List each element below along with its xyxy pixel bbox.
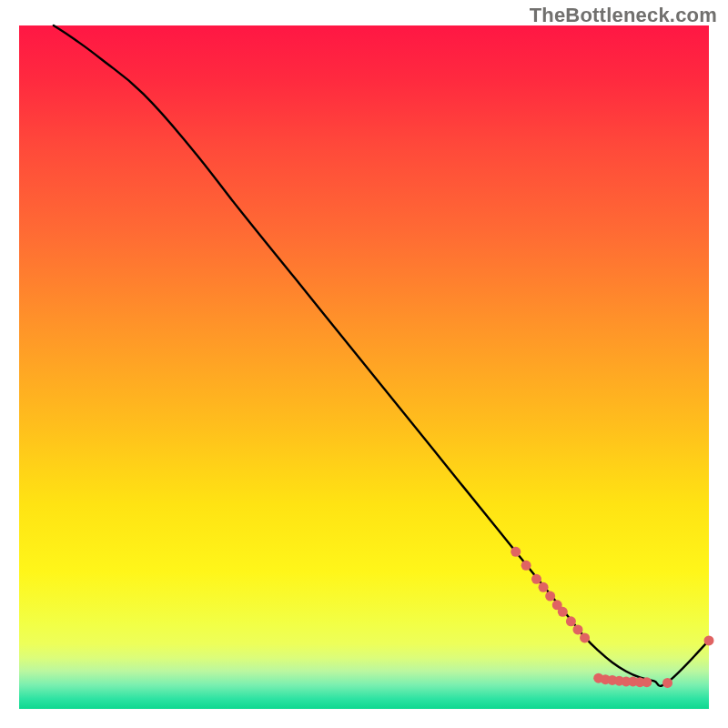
- data-point: [531, 574, 541, 584]
- data-point: [704, 635, 714, 645]
- data-point: [572, 624, 582, 634]
- data-point: [511, 547, 521, 557]
- data-point: [545, 592, 555, 602]
- data-point: [539, 582, 549, 592]
- data-point: [521, 561, 531, 571]
- plot-background: [19, 25, 709, 709]
- data-point: [566, 616, 576, 626]
- chart-container: TheBottleneck.com: [0, 0, 728, 728]
- watermark-text: TheBottleneck.com: [530, 4, 717, 27]
- data-point: [580, 632, 590, 642]
- chart-svg: [0, 0, 728, 728]
- data-point: [642, 677, 652, 687]
- data-point: [558, 607, 568, 617]
- data-point: [662, 678, 672, 688]
